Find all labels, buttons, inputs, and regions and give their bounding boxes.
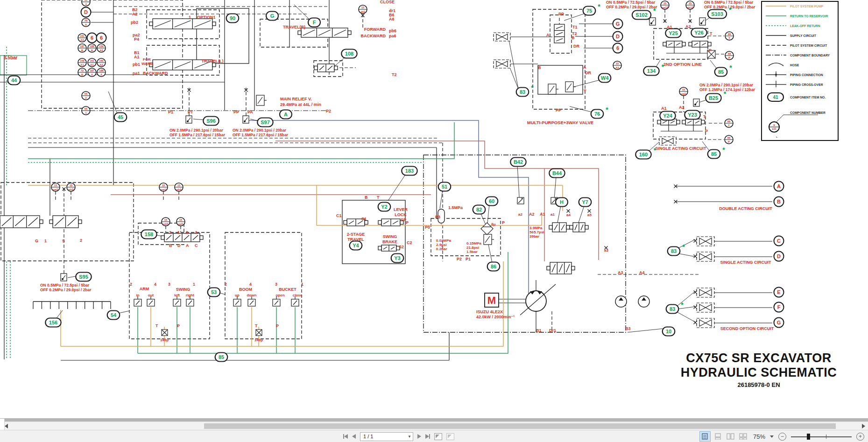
svg-text:A1: A1 [80, 63, 84, 66]
connection-item-circle: 414 [82, 0, 90, 6]
schematic-label: 149μ [254, 338, 263, 342]
schematic-label: B [169, 243, 172, 248]
schematic-label: BUCKET [279, 287, 296, 292]
zoom-out-button[interactable]: − [778, 433, 786, 441]
svg-text:99: 99 [727, 120, 731, 123]
schematic-label: A1 [540, 212, 545, 217]
connection-item-circle: 99P [725, 51, 734, 60]
connection-item-circle: 15pa4 [159, 183, 168, 191]
zoom-slider[interactable] [791, 433, 852, 440]
svg-text:B: B [81, 73, 83, 76]
svg-text:53: 53 [211, 289, 217, 295]
scrollbar-corner [0, 419, 5, 430]
svg-text:15: 15 [663, 2, 667, 5]
first-page-button[interactable] [343, 434, 348, 439]
schematic-label: MULTI-PURPOSE+3WAY VALVE [527, 120, 593, 125]
component-oval-W4: W4 [599, 74, 611, 83]
schematic-label: P [705, 129, 708, 133]
connection-item-circle: 552 [82, 91, 90, 100]
terminal-circle-G: G [774, 318, 784, 328]
component-oval-82: 82 [473, 205, 486, 214]
svg-text:F: F [313, 20, 316, 25]
zoom-level-value: 75% [753, 433, 765, 440]
component-oval-53: 53 [208, 288, 220, 297]
previous-view-button[interactable] [434, 433, 442, 440]
svg-text:pa12: pa12 [662, 6, 668, 9]
schematic-label: 2 [130, 282, 132, 287]
zoom-slider-handle[interactable] [807, 434, 810, 440]
svg-text:41: 41 [85, 0, 88, 1]
svg-text:C: C [777, 238, 781, 244]
next-page-button[interactable] [417, 434, 421, 439]
two-page-layout-button[interactable] [726, 432, 736, 441]
valve-symbol [549, 223, 570, 232]
check-valve-symbol [494, 33, 510, 41]
legend-item-label: SUPPLY CIRCUIT [790, 34, 817, 37]
zoom-dropdown-caret-icon[interactable] [770, 435, 774, 438]
legend-item: PILOT SYSTEM CIRCUIT [766, 44, 827, 47]
page-number-combo[interactable]: 1 / 1 ▼ [360, 432, 413, 441]
schematic-label: WARD [141, 62, 153, 66]
schematic-label: down [247, 293, 257, 297]
optional-asterisk: * [531, 84, 534, 91]
zoom-in-button[interactable]: + [856, 433, 864, 441]
component-oval-60: 60 [486, 197, 498, 206]
connection-item-circle: 15pa2 [679, 87, 688, 96]
svg-text:W4: W4 [601, 75, 609, 81]
schematic-label: 42.0kW / 2000min⁻¹ [476, 315, 515, 319]
engine-symbol: M [485, 293, 499, 307]
terminal-circle-6: 6 [97, 33, 106, 43]
svg-text:Y23: Y23 [688, 112, 697, 118]
connection-item-circle: 15pa12 [661, 1, 669, 9]
schematic-label: P3 [435, 215, 440, 219]
connection-item-circle: 160A2 [97, 58, 106, 67]
svg-text:99: 99 [728, 52, 731, 55]
schematic-label: OFF 0.2MPa / 29.0psi / 2bar [704, 5, 755, 9]
schematic-label: a4 [566, 213, 571, 217]
scroll-right-arrow-icon[interactable] [862, 424, 865, 428]
svg-text:6: 6 [91, 35, 93, 41]
svg-text:Y24: Y24 [663, 113, 672, 119]
svg-text:159: 159 [99, 45, 104, 48]
next-view-button[interactable] [446, 433, 454, 440]
legend-item-label: PILOT SYSTEM CIRCUIT [790, 44, 827, 47]
connection-item-circle: 99T [725, 32, 734, 40]
horizontal-scrollbar[interactable] [0, 421, 868, 430]
previous-page-icon [352, 434, 356, 439]
component-oval-108: 108 [341, 49, 357, 58]
page-number-value: 1 / 1 [360, 434, 406, 439]
schematic-label: 1 [189, 15, 191, 20]
pressure-switch-symbol [693, 99, 699, 106]
svg-text:a11: a11 [772, 127, 776, 130]
two-page-continuous-layout-button[interactable] [738, 432, 748, 441]
scroll-left-arrow-icon[interactable] [5, 424, 8, 428]
svg-text:B: B [81, 49, 83, 52]
schematic-label: ON 0.5MPa / 72.5psi / 5bar [704, 0, 754, 5]
svg-text:Y2: Y2 [381, 204, 387, 210]
pdf-page: M41476A161A2187B188B159A2159A1161A1160A2… [0, 0, 868, 418]
svg-text:P: P [728, 140, 730, 143]
valve-symbol [149, 19, 216, 29]
valve-symbol [547, 262, 575, 274]
optional-asterisk: * [682, 243, 685, 251]
terminal-circle-B: B [774, 197, 784, 207]
svg-text:S96: S96 [206, 118, 216, 124]
connection-item-circle: 15A2 [613, 61, 621, 70]
single-page-layout-button[interactable] [699, 431, 711, 442]
svg-text:55: 55 [85, 92, 88, 95]
previous-page-button[interactable] [352, 434, 356, 439]
component-oval-Y24: Y24 [660, 112, 675, 120]
schematic-label: C [195, 243, 198, 248]
continuous-layout-button[interactable] [713, 432, 723, 441]
schematic-label: open [275, 293, 284, 297]
scrollbar-thumb[interactable] [204, 423, 836, 429]
schematic-label: A2 [685, 24, 691, 29]
check-valve-symbol [697, 303, 714, 312]
svg-text:pa4: pa4 [161, 188, 166, 191]
legend-item-label: HOSE [790, 63, 799, 67]
last-page-button[interactable] [425, 434, 430, 439]
svg-text:183: 183 [405, 168, 414, 174]
schematic-label: P1 [168, 110, 173, 114]
svg-text:51: 51 [442, 184, 447, 189]
schematic-label: LEVER [394, 207, 408, 212]
